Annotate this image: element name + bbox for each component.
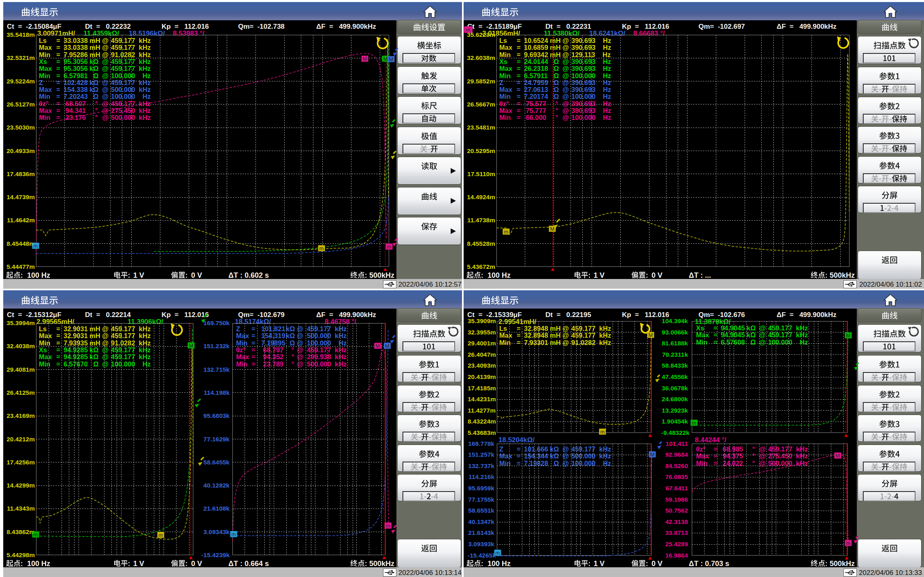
svg-text:M: M: [649, 332, 653, 338]
svg-text:m: m: [386, 523, 390, 529]
svg-text:M: M: [376, 343, 380, 349]
svg-text:m: m: [34, 532, 38, 538]
svg-text:m: m: [846, 540, 851, 546]
svg-text:M: M: [846, 332, 851, 339]
svg-text:M: M: [550, 226, 555, 232]
svg-text:m: m: [319, 245, 324, 251]
svg-text:M: M: [389, 56, 394, 62]
svg-text:M: M: [189, 343, 194, 349]
svg-text:m: m: [692, 420, 696, 426]
svg-text:m: m: [600, 429, 605, 435]
svg-text:M: M: [383, 56, 388, 62]
svg-text:M: M: [363, 56, 367, 62]
svg-text:m: m: [34, 243, 38, 249]
svg-text:M: M: [650, 451, 655, 458]
svg-text:m: m: [232, 531, 236, 537]
svg-text:m: m: [504, 229, 509, 235]
svg-text:M: M: [836, 453, 840, 459]
svg-text:m: m: [159, 532, 163, 538]
svg-text:M: M: [385, 343, 390, 349]
svg-text:m: m: [496, 550, 500, 556]
svg-text:m: m: [387, 244, 392, 250]
